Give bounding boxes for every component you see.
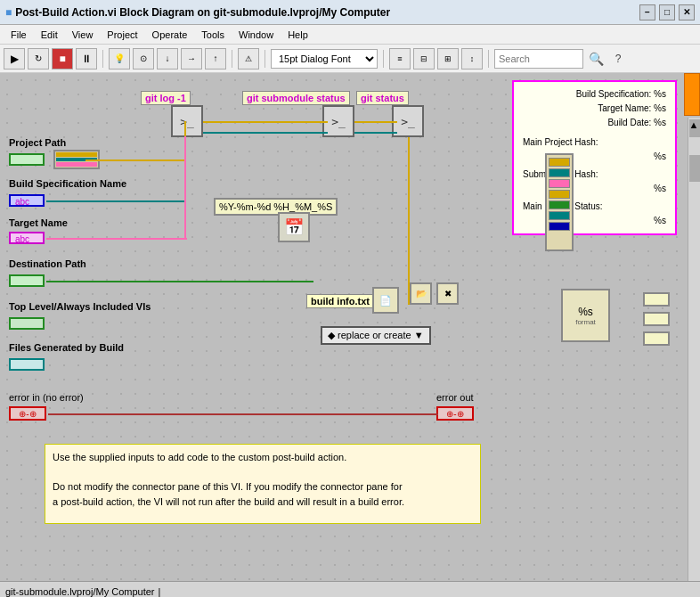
toolbar-separator-4 (383, 50, 384, 68)
files-generated-label: Files Generated by Build (9, 342, 124, 353)
destination-path-label: Destination Path (9, 258, 86, 269)
info-build-spec: Build Specification: %s (523, 87, 666, 102)
pin-green-1 (549, 200, 570, 209)
cmd-icon-3: >_ (401, 115, 415, 128)
title-icon: ■ (5, 6, 12, 19)
scrollbar-right[interactable]: ▲ ▼ (688, 118, 700, 581)
build-info-label: build info.txt (306, 294, 374, 308)
date-format-box: %Y-%m-%d %H_%M_%S (214, 198, 338, 216)
search-input[interactable] (494, 49, 583, 69)
menu-window[interactable]: Window (232, 28, 281, 42)
notice-line4: a post-build action, the VI will not run… (53, 495, 473, 510)
window-title: Post-Build Action.vi Block Diagram on gi… (15, 6, 390, 19)
toolbar-separator-3 (265, 50, 265, 68)
pause-button[interactable]: ⏸ (76, 48, 97, 70)
target-name-label: Target Name (9, 217, 68, 228)
top-level-vis-label: Top Level/Always Included VIs (9, 301, 151, 312)
cmd-icon-1: >_ (180, 115, 194, 128)
menu-operate[interactable]: Operate (145, 28, 195, 42)
git-submodule-label: git submodule status (242, 91, 350, 105)
pin-blue-1 (549, 222, 570, 231)
step-over-button[interactable]: → (181, 48, 202, 70)
run-continuously-button[interactable]: ↻ (28, 48, 49, 70)
status-bar: git-submodule.lvproj/My Computer | (0, 581, 700, 597)
string-out-3 (643, 331, 670, 346)
wire-yellow-3 (354, 121, 397, 123)
error-in-connector: ⊕-⊕ (9, 406, 46, 421)
wire-yellow-2 (203, 121, 328, 123)
multi-pin-connector (545, 153, 574, 251)
toolbar: ▶ ↻ ■ ⏸ 💡 ⊙ ↓ → ↑ ⚠ 15pt Dialog Font ≡ ⊟… (0, 45, 700, 73)
destination-path-connector (9, 274, 45, 287)
distribute-button[interactable]: ⊟ (413, 48, 435, 70)
highlight-button[interactable]: 💡 (109, 48, 130, 70)
menu-view[interactable]: View (65, 28, 101, 42)
menu-bar: File Edit View Project Operate Tools Win… (0, 25, 700, 45)
step-into-button[interactable]: ↓ (157, 48, 178, 70)
pin-pink-1 (549, 179, 570, 188)
wire-yellow-v-down2 (408, 287, 410, 305)
notice-line1: Use the supplied inputs to add code to t… (53, 450, 473, 465)
calendar-icon: 📅 (278, 212, 310, 242)
error-out-label: error out (436, 392, 474, 403)
resize-button[interactable]: ⊞ (437, 48, 459, 70)
wire-teal-1 (46, 200, 185, 202)
file-open-node[interactable]: 📂 (410, 282, 432, 305)
toolbar-separator-5 (488, 50, 489, 68)
reorder-button[interactable]: ↕ (461, 48, 483, 70)
menu-help[interactable]: Help (281, 28, 315, 42)
scrollbar-up-arrow[interactable]: ▲ (689, 119, 700, 137)
wire-pink-1 (46, 238, 187, 240)
abort-button[interactable]: ■ (52, 48, 73, 70)
run-button[interactable]: ▶ (4, 48, 25, 70)
maximize-button[interactable]: □ (659, 4, 675, 20)
font-selector[interactable]: 15pt Dialog Font (271, 49, 378, 69)
string-out-1 (643, 292, 670, 307)
menu-edit[interactable]: Edit (34, 28, 65, 42)
action-panel-button[interactable] (684, 73, 700, 116)
menu-tools[interactable]: Tools (194, 28, 232, 42)
error-out-connector: ⊕-⊕ (436, 406, 474, 421)
string-out-2 (643, 312, 670, 326)
notice-box: Use the supplied inputs to add code to t… (45, 444, 481, 524)
top-level-vis-connector (9, 317, 45, 330)
target-name-connector: abc (9, 232, 45, 244)
menu-project[interactable]: Project (100, 28, 144, 42)
info-build-date: Build Date: %s (523, 116, 666, 130)
close-button[interactable]: ✕ (679, 4, 695, 20)
wire-pink-v-1 (184, 136, 186, 239)
cmd-icon-2: >_ (331, 115, 346, 128)
menu-file[interactable]: File (4, 28, 34, 42)
info-main-hash-label: Main Project Hash: (523, 135, 666, 150)
toolbar-separator-1 (102, 50, 103, 68)
build-spec-connector: abc (9, 194, 45, 207)
cmd-box-1[interactable]: >_ (171, 105, 203, 137)
diagram-canvas[interactable]: Build Specification: %s Target Name: %s … (0, 73, 688, 581)
project-path-connector (9, 153, 45, 166)
pin-yellow-2 (549, 190, 570, 199)
retain-button[interactable]: ⊙ (133, 48, 154, 70)
minimize-button[interactable]: − (639, 4, 655, 20)
search-icon[interactable]: 🔍 (586, 49, 606, 69)
align-button[interactable]: ≡ (389, 48, 411, 70)
pin-yellow-1 (549, 158, 570, 167)
build-spec-label: Build Specification Name (9, 178, 126, 189)
file-write-node[interactable]: 📄 (372, 287, 399, 314)
pin-teal-1 (549, 168, 570, 177)
step-out-button[interactable]: ↑ (205, 48, 226, 70)
notice-line3: Do not modify the connector pane of this… (53, 479, 473, 495)
help-icon[interactable]: ? (608, 49, 628, 69)
status-separator: | (159, 586, 161, 597)
scrollbar-thumb[interactable] (689, 155, 700, 182)
wire-teal-3 (354, 132, 397, 134)
info-panel: Build Specification: %s Target Name: %s … (512, 80, 677, 235)
string-format-node[interactable]: %s format (561, 289, 610, 342)
window-controls: − □ ✕ (639, 4, 695, 20)
files-generated-connector (9, 358, 45, 371)
replace-create-button[interactable]: ◆ replace or create ▼ (321, 326, 431, 345)
file-close-node[interactable]: ✖ (436, 282, 459, 305)
warnings-button[interactable]: ⚠ (238, 48, 259, 70)
wire-yellow-1 (85, 159, 185, 161)
title-bar: ■ Post-Build Action.vi Block Diagram on … (0, 0, 700, 25)
wire-error (48, 413, 438, 415)
